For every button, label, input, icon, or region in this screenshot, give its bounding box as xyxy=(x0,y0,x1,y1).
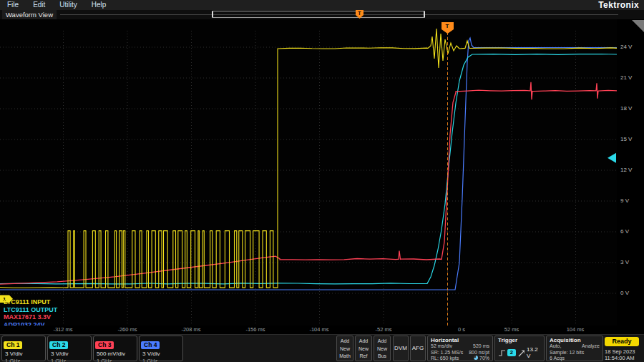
record-trigger-marker[interactable]: T xyxy=(356,10,364,19)
x-label: 52 ms xyxy=(504,326,519,333)
acquisition-count: 6 Acqs xyxy=(550,356,565,362)
ch1-name-chip: Ch 1 xyxy=(4,341,22,349)
add-bus-line3: Bus xyxy=(374,353,390,361)
waveform-display[interactable]: T 1 LTC9111 INPUT LTC9111 OUTPUT MAX1767… xyxy=(0,19,617,326)
ch1-ground-marker[interactable] xyxy=(0,295,13,303)
ch3-name-chip: Ch 3 xyxy=(95,341,114,349)
acquisition-sample: Sample: 12 bits xyxy=(550,350,584,356)
y-label: 18 V xyxy=(620,105,632,112)
horizontal-title: Horizontal xyxy=(431,337,489,343)
horizontal-position: 70% xyxy=(474,356,489,362)
y-label: 24 V xyxy=(620,44,632,51)
add-math-line3: Math xyxy=(337,353,353,361)
rising-slope-icon xyxy=(518,349,525,357)
corner-expand-handle[interactable] xyxy=(632,20,644,32)
acquisition-title: Acquisition xyxy=(550,337,600,343)
trigger-title: Trigger xyxy=(498,337,541,343)
edge-trigger-icon xyxy=(498,349,505,357)
badge-ch3[interactable]: Ch 3 500 mV/div 1 GHz xyxy=(93,336,137,361)
trigger-badge[interactable]: Trigger 2 13.2 V xyxy=(494,336,545,361)
add-bus-line2: New xyxy=(374,346,390,353)
trigger-level-arrow[interactable] xyxy=(608,153,616,163)
badge-ch2[interactable]: Ch 2 3 V/div 1 GHz xyxy=(47,336,92,361)
afg-button[interactable]: AFG xyxy=(410,336,426,361)
time-value: 11:54:00 AM xyxy=(605,355,635,361)
tab-waveform-view[interactable]: Waveform View xyxy=(2,10,57,19)
x-label: -104 ms xyxy=(309,326,328,333)
add-math-line2: New xyxy=(337,346,353,353)
oscilloscope-screen: File Edit Utility Help Tektronix Wavefor… xyxy=(0,0,644,362)
horizontal-sample-rate: SR: 1.25 MS/s xyxy=(431,350,463,356)
acquisition-mode: Auto, xyxy=(550,343,561,350)
acquisition-analyze: Analyze xyxy=(582,343,600,350)
x-label: -156 ms xyxy=(245,326,265,333)
menu-bar: File Edit Utility Help Tektronix xyxy=(0,0,644,10)
record-window-right-handle[interactable] xyxy=(424,11,425,17)
record-window-left-handle[interactable] xyxy=(212,11,213,17)
ch2-bandwidth: 1 GHz xyxy=(49,358,89,362)
badge-ch4[interactable]: Ch 4 3 V/div 1 GHz xyxy=(139,336,183,361)
acquisition-badge[interactable]: Acquisition Auto, Analyze Sample: 12 bit… xyxy=(546,336,603,361)
y-label: 3 V xyxy=(620,259,629,266)
ch1-ground-marker-label: 1 xyxy=(3,296,6,303)
position-indicator-icon xyxy=(474,356,478,360)
ch3-scale: 500 mV/div xyxy=(95,350,135,358)
menu-edit[interactable]: Edit xyxy=(26,0,52,10)
menu-file[interactable]: File xyxy=(0,0,26,10)
x-label: -52 ms xyxy=(376,326,392,333)
menu-utility[interactable]: Utility xyxy=(52,0,84,10)
add-ref-line1: Add xyxy=(356,338,371,346)
x-label: -208 ms xyxy=(181,326,200,333)
ch4-name-chip: Ch 4 xyxy=(141,341,160,349)
horizontal-scale: 52 ms/div xyxy=(431,343,452,350)
ch1-scale: 3 V/div xyxy=(4,350,44,358)
add-ref-line2: New xyxy=(356,346,371,353)
x-label: -260 ms xyxy=(117,326,137,333)
tektronix-logo: Tektronix xyxy=(598,0,639,10)
horizontal-sample-interval: 800 ns/pt xyxy=(469,350,489,356)
date-value: 18 Sep 2023 xyxy=(605,348,635,355)
add-math-line1: Add xyxy=(337,338,353,346)
add-bus-line1: Add xyxy=(374,338,390,346)
ch4-bandwidth: 1 GHz xyxy=(141,358,181,362)
ch1-bandwidth: 1 GHz xyxy=(4,358,44,362)
y-label: 0 V xyxy=(620,290,629,297)
add-new-bus-button[interactable]: Add New Bus xyxy=(374,336,391,361)
view-strip: Waveform View T xyxy=(0,10,644,19)
y-label: 21 V xyxy=(620,74,632,82)
x-label: 0 s xyxy=(458,326,465,333)
y-label: 6 V xyxy=(620,228,629,235)
trigger-marker-label: T xyxy=(446,23,449,29)
waveform-svg: T 1 xyxy=(0,19,617,326)
horizontal-axis: -312 ms -260 ms -208 ms -156 ms -104 ms … xyxy=(0,326,617,334)
record-view-window[interactable]: T xyxy=(212,11,425,18)
trigger-source-chip: 2 xyxy=(507,349,515,356)
datetime-display: 18 Sep 2023 11:54:00 AM xyxy=(605,348,635,361)
ch3-bandwidth: 1 GHz xyxy=(95,358,135,362)
x-label: 104 ms xyxy=(567,326,585,333)
ch4-scale: 3 V/div xyxy=(141,350,181,358)
horizontal-window: 520 ms xyxy=(473,343,489,350)
x-label: -312 ms xyxy=(53,326,72,333)
badge-ch1[interactable]: Ch 1 3 V/div 1 GHz xyxy=(1,336,46,361)
y-label: 15 V xyxy=(620,136,632,143)
add-ref-line3: Ref xyxy=(356,353,371,361)
ready-status-badge: Ready xyxy=(605,337,639,346)
trigger-level-value: 13.2 V xyxy=(527,346,541,359)
badge-bar: Ch 1 3 V/div 1 GHz Ch 2 3 V/div 1 GHz Ch… xyxy=(0,334,644,362)
horizontal-badge[interactable]: Horizontal 52 ms/div 520 ms SR: 1.25 MS/… xyxy=(427,336,493,361)
dvm-button[interactable]: DVM xyxy=(393,336,409,361)
ch2-name-chip: Ch 2 xyxy=(49,341,68,349)
menu-help[interactable]: Help xyxy=(84,0,114,10)
trace-ch1-ltc9111-input xyxy=(0,29,617,288)
vertical-scale-labels: 24 V 21 V 18 V 15 V 12 V 9 V 6 V 3 V 0 V xyxy=(617,19,644,326)
horizontal-record-length: RL: 650 kpts xyxy=(431,356,459,362)
add-new-math-button[interactable]: Add New Math xyxy=(336,336,353,361)
ch2-scale: 3 V/div xyxy=(49,350,89,358)
y-label: 12 V xyxy=(620,167,632,174)
y-label: 9 V xyxy=(620,197,629,205)
add-new-ref-button[interactable]: Add New Ref xyxy=(355,336,372,361)
